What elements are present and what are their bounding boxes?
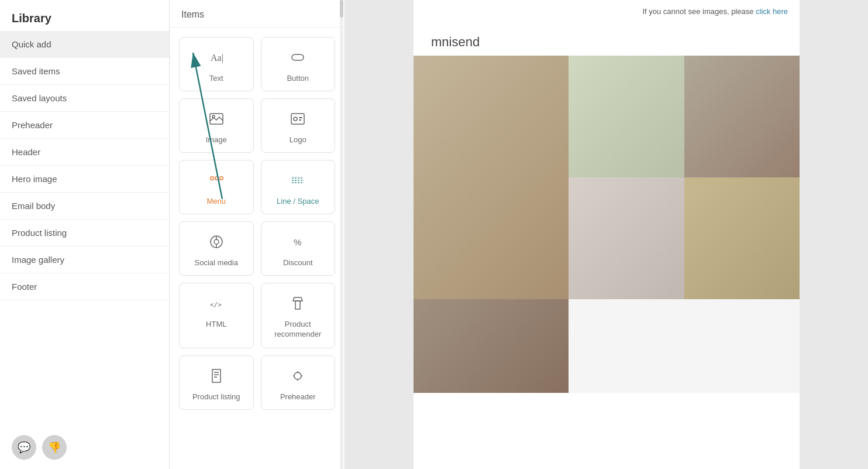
- logo-icon: [290, 111, 306, 131]
- thumbs-down-button[interactable]: 👎: [42, 435, 67, 460]
- item-product-recommender[interactable]: Product recommender: [261, 283, 336, 348]
- image-top-right: [684, 56, 800, 177]
- image-icon: [208, 111, 225, 131]
- scroll-thumb: [340, 0, 343, 18]
- svg-rect-8: [299, 117, 302, 118]
- image-top-left: [569, 56, 684, 177]
- main-image: [414, 56, 569, 299]
- svg-rect-3: [292, 54, 304, 60]
- preview-panel: If you cannot see images, please click h…: [345, 0, 868, 469]
- svg-text:Aa|: Aa|: [211, 53, 223, 63]
- product-recommender-icon: [290, 295, 306, 315]
- sidebar-item-saved-layouts[interactable]: Saved layouts: [0, 85, 169, 112]
- item-line-space[interactable]: Line / Space: [261, 160, 336, 214]
- line-space-icon: [290, 172, 306, 192]
- right-image-grid: [569, 56, 800, 299]
- bottom-right-space: [569, 299, 800, 393]
- image-bottom-right: [684, 177, 800, 299]
- menu-icon: [208, 172, 225, 192]
- social-media-icon: [208, 234, 225, 254]
- item-preheader[interactable]: Preheader: [261, 355, 336, 410]
- product-recommender-label: Product recommender: [267, 320, 329, 340]
- svg-text:%: %: [294, 237, 301, 247]
- item-html[interactable]: </> HTML: [179, 283, 254, 348]
- email-preview: If you cannot see images, please click h…: [414, 0, 800, 469]
- svg-text:</>: </>: [210, 301, 222, 309]
- sidebar-item-email-body[interactable]: Email body: [0, 193, 169, 220]
- sidebar-item-quick-add[interactable]: Quick add: [0, 31, 169, 58]
- item-product-listing[interactable]: Product listing: [179, 355, 254, 410]
- sidebar-item-footer[interactable]: Footer: [0, 273, 169, 300]
- items-grid: Aa| Text Button Image: [170, 28, 345, 419]
- image-bottom-left: [569, 177, 684, 299]
- button-label: Button: [287, 74, 309, 83]
- social-media-label: Social media: [195, 258, 238, 267]
- html-icon: </>: [208, 295, 225, 315]
- sidebar-item-image-gallery[interactable]: Image gallery: [0, 247, 169, 273]
- text-icon: Aa|: [208, 49, 225, 69]
- line-space-label: Line / Space: [277, 197, 319, 206]
- preheader-icon: [290, 368, 306, 388]
- svg-rect-12: [220, 177, 223, 180]
- items-title: Items: [170, 0, 345, 28]
- item-text[interactable]: Aa| Text: [179, 37, 254, 91]
- svg-point-7: [294, 117, 297, 121]
- logo-label: Logo: [290, 135, 306, 144]
- sidebar-title: Library: [0, 0, 169, 31]
- svg-rect-22: [295, 301, 300, 309]
- sidebar-item-preheader[interactable]: Preheader: [0, 112, 169, 139]
- top-bar-text: If you cannot see images, please: [642, 7, 756, 16]
- preheader-label: Preheader: [280, 392, 316, 401]
- bottom-main-image: [414, 299, 569, 393]
- svg-point-26: [294, 372, 301, 379]
- sidebar-item-product-listing[interactable]: Product listing: [0, 220, 169, 247]
- sidebar: Library Quick add Saved items Saved layo…: [0, 0, 170, 469]
- sidebar-item-hero-image[interactable]: Hero image: [0, 166, 169, 193]
- chat-button[interactable]: 💬: [12, 435, 36, 460]
- sidebar-bottom: 💬 👎: [0, 426, 169, 469]
- item-image[interactable]: Image: [179, 98, 254, 153]
- image-label: Image: [206, 135, 227, 144]
- product-listing-label: Product listing: [192, 392, 240, 401]
- sidebar-item-saved-items[interactable]: Saved items: [0, 58, 169, 85]
- item-logo[interactable]: Logo: [261, 98, 336, 153]
- image-grid: [414, 56, 800, 299]
- menu-label: Menu: [206, 197, 226, 206]
- svg-rect-11: [215, 177, 218, 180]
- item-discount[interactable]: % Discount: [261, 221, 336, 276]
- email-top-bar: If you cannot see images, please click h…: [414, 0, 800, 23]
- button-icon: [290, 49, 306, 69]
- product-listing-icon: [208, 368, 225, 388]
- email-header: mnisend: [414, 23, 800, 56]
- svg-point-5: [212, 115, 215, 118]
- item-menu[interactable]: Menu: [179, 160, 254, 214]
- bottom-image-row: [414, 299, 800, 393]
- scrollbar[interactable]: [340, 0, 343, 469]
- sidebar-item-header[interactable]: Header: [0, 139, 169, 166]
- discount-label: Discount: [283, 258, 313, 267]
- click-here-link[interactable]: click here: [756, 7, 788, 16]
- svg-rect-10: [211, 177, 213, 180]
- item-social-media[interactable]: Social media: [179, 221, 254, 276]
- item-button[interactable]: Button: [261, 37, 336, 91]
- text-label: Text: [209, 74, 223, 83]
- html-label: HTML: [206, 320, 226, 328]
- discount-icon: %: [290, 234, 306, 254]
- brand-name: mnisend: [431, 35, 480, 49]
- svg-point-17: [214, 239, 219, 244]
- svg-rect-9: [299, 119, 301, 121]
- middle-panel: Items Aa| Text: [170, 0, 345, 469]
